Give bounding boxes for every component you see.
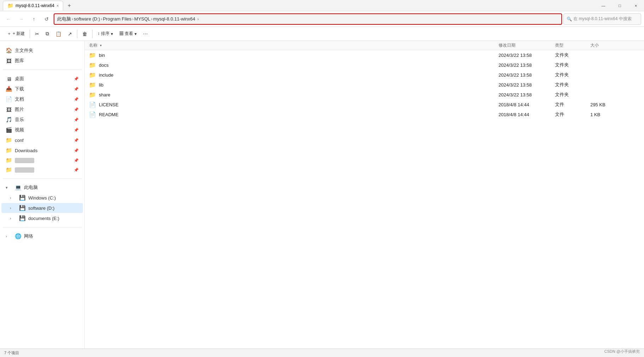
watermark: CSDN @小手搞裤兜 [604, 349, 640, 354]
computer-icon: 💻 [15, 184, 21, 191]
file-name-cell: 📄 LICENSE [89, 101, 499, 108]
file-type: 文件夹 [555, 52, 590, 58]
delete-button[interactable]: 🗑 [79, 30, 90, 38]
blurred-label-1: ██████ [15, 158, 34, 163]
file-size: 1 KB [590, 112, 619, 117]
table-row[interactable]: 📁 share 2024/3/22 13:58 文件夹 [85, 90, 644, 100]
view-chevron: ▾ [135, 31, 137, 36]
pin-icon: 📌 [74, 118, 79, 122]
pin-icon: 📌 [74, 128, 79, 132]
sidebar-item-label: Downloads [15, 148, 37, 153]
sidebar-item-gallery[interactable]: 🖼 图库 [1, 56, 83, 66]
file-name: docs [99, 63, 108, 68]
table-row[interactable]: 📁 docs 2024/3/22 13:58 文件夹 [85, 60, 644, 70]
up-button[interactable]: ↑ [28, 13, 40, 25]
sidebar-item-softd[interactable]: › 💾 software (D:) [1, 203, 83, 213]
sidebar-item-label: 网络 [24, 233, 33, 239]
status-bar: 7 个项目 [0, 349, 644, 357]
folder-icon: 📁 [6, 147, 12, 154]
tab-folder-icon: 📁 [7, 3, 13, 8]
sep3: › [132, 17, 133, 22]
sidebar-item-label: 此电脑 [24, 184, 38, 191]
sidebar-item-desktop[interactable]: 🖥 桌面 📌 [1, 74, 83, 84]
sidebar-item-blurred-2: 📁 ██████ 📌 [1, 165, 83, 174]
file-name-cell: 📁 lib [89, 82, 499, 88]
pictures-icon: 🖼 [6, 107, 12, 113]
sidebar-item-videos[interactable]: 🎬 视频 📌 [1, 125, 83, 135]
sidebar-item-home[interactable]: 🏠 主文件夹 [1, 46, 83, 55]
more-button[interactable]: ··· [140, 29, 150, 38]
sidebar-item-conf[interactable]: 📁 conf 📌 [1, 135, 83, 145]
videos-icon: 🎬 [6, 127, 12, 133]
folder-icon: 📁 [89, 91, 96, 98]
file-icon: 📄 [89, 101, 96, 108]
sidebar-item-documents[interactable]: 📄 文档 📌 [1, 94, 83, 104]
toolbar-separator-2 [77, 30, 77, 38]
table-row[interactable]: 📁 lib 2024/3/22 13:58 文件夹 [85, 80, 644, 90]
file-size: 295 KB [590, 102, 619, 107]
sidebar-item-network[interactable]: › 🌐 网络 [1, 231, 83, 241]
breadcrumb-folder[interactable]: mysql-8.0.11-winx64 [153, 16, 195, 22]
drive-icon: 💾 [19, 205, 25, 211]
table-row[interactable]: 📁 bin 2024/3/22 13:58 文件夹 [85, 50, 644, 60]
breadcrumb-thispc[interactable]: 此电脑 [57, 16, 71, 22]
share-button[interactable]: ↗ [65, 30, 75, 38]
sort-chevron: ▾ [111, 31, 113, 36]
col-type: 类型 [555, 42, 590, 48]
file-modified: 2024/3/22 13:58 [499, 53, 555, 58]
breadcrumb-expand[interactable]: › [197, 17, 199, 22]
active-tab[interactable]: 📁 mysql-8.0.11-winx64 × [3, 1, 63, 11]
table-row[interactable]: 📄 LICENSE 2018/4/8 14:44 文件 295 KB [85, 100, 644, 109]
breadcrumb-mysql[interactable]: MYSQL [134, 16, 150, 22]
tab-title: mysql-8.0.11-winx64 [16, 3, 54, 8]
folder-icon: 📁 [89, 82, 96, 88]
table-row[interactable]: 📄 README 2018/4/8 14:44 文件 1 KB [85, 109, 644, 119]
breadcrumb-programfiles[interactable]: Program Files [103, 16, 131, 22]
sort-indicator: ▾ [100, 43, 102, 47]
new-button[interactable]: ＋ + 新建 [4, 29, 28, 38]
sidebar-item-blurred-1: 📁 ██████ 📌 [1, 156, 83, 165]
window-controls: — □ × [595, 0, 644, 11]
new-tab-button[interactable]: + [65, 1, 73, 10]
sidebar-item-music[interactable]: 🎵 音乐 📌 [1, 115, 83, 125]
view-button[interactable]: ☰ 查看 ▾ [117, 29, 139, 38]
minimize-button[interactable]: — [595, 0, 612, 11]
navigation-bar: ← → ↑ ↺ 此电脑 › software (D:) › Program Fi… [0, 11, 644, 27]
sidebar-item-pictures[interactable]: 🖼 图片 📌 [1, 105, 83, 114]
sep1: › [72, 17, 73, 22]
column-headers: 名称 ▾ 修改日期 类型 大小 [85, 41, 644, 50]
file-icon: 📄 [89, 111, 96, 118]
sidebar-item-doce[interactable]: › 💾 documents (E:) [1, 213, 83, 223]
file-modified: 2024/3/22 13:58 [499, 92, 555, 97]
sep2: › [101, 17, 102, 22]
file-modified: 2024/3/22 13:58 [499, 63, 555, 68]
drive-icon: 💾 [19, 195, 25, 201]
sort-button[interactable]: ↕ 排序 ▾ [95, 29, 115, 38]
paste-button[interactable]: 📋 [53, 30, 64, 38]
sidebar-item-downloads2[interactable]: 📁 Downloads 📌 [1, 145, 83, 155]
folder-icon: 📁 [6, 137, 12, 143]
refresh-button[interactable]: ↺ [41, 13, 52, 25]
search-box[interactable]: 🔍 在 mysql-8.0.11-winx64 中搜索 [564, 13, 641, 25]
breadcrumb-software[interactable]: software (D:) [74, 16, 100, 22]
address-bar[interactable]: 此电脑 › software (D:) › Program Files › MY… [54, 13, 562, 25]
tab-close-button[interactable]: × [56, 4, 59, 8]
file-name: lib [99, 82, 103, 88]
copy-button[interactable]: ⧉ [43, 29, 52, 38]
sidebar-item-label: 桌面 [15, 76, 24, 82]
table-row[interactable]: 📁 include 2024/3/22 13:58 文件夹 [85, 70, 644, 80]
music-icon: 🎵 [6, 117, 12, 123]
pinned-section: 🖥 桌面 📌 📥 下载 📌 📄 文档 📌 🖼 图片 📌 🎵 音 [0, 72, 84, 176]
file-name: LICENSE [99, 102, 119, 107]
search-placeholder: 在 mysql-8.0.11-winx64 中搜索 [573, 16, 632, 22]
new-icon: ＋ [7, 31, 11, 37]
toolbar-separator-1 [30, 30, 30, 38]
close-window-button[interactable]: × [628, 0, 644, 11]
cut-button[interactable]: ✂ [32, 30, 42, 38]
sidebar-item-label: 主文件夹 [15, 47, 33, 54]
maximize-button[interactable]: □ [612, 0, 628, 11]
sidebar-item-winc[interactable]: › 💾 Windows (C:) [1, 193, 83, 203]
sidebar-item-downloads[interactable]: 📥 下载 📌 [1, 84, 83, 94]
sidebar-item-thispc[interactable]: ▾ 💻 此电脑 [1, 183, 83, 192]
pin-icon: 📌 [74, 107, 79, 112]
